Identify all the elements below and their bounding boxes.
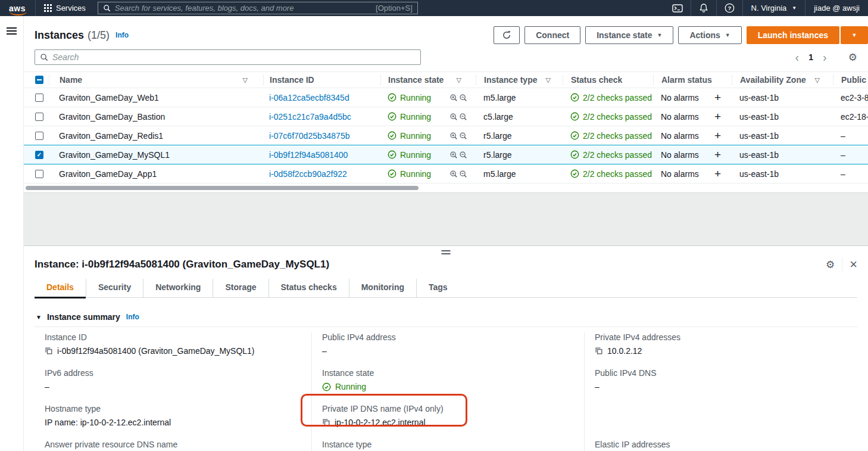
connect-button[interactable]: Connect bbox=[524, 26, 580, 44]
field-label: Instance state bbox=[322, 368, 578, 378]
table-search-input[interactable] bbox=[52, 52, 416, 62]
instance-id-link[interactable]: i-07c6f70d25b34875b bbox=[269, 131, 349, 141]
field-value: 10.0.2.12 bbox=[607, 345, 642, 357]
table-settings-gear-icon[interactable]: ⚙ bbox=[848, 51, 857, 64]
field-label: Answer private resource DNS name bbox=[45, 439, 305, 450]
row-checkbox[interactable] bbox=[35, 132, 43, 140]
svg-text:?: ? bbox=[728, 5, 731, 11]
instance-id-link[interactable]: i-0d58f2ccb90a2f922 bbox=[269, 169, 347, 179]
cell-public-dns: ec2-18- bbox=[833, 112, 868, 122]
status-ok-icon bbox=[388, 169, 396, 178]
instance-id-link[interactable]: i-0251c21c7a9a4d5bc bbox=[269, 112, 351, 122]
table-row[interactable]: Graviton_GameDay_MySQL1 i-0b9f12f94a5081… bbox=[24, 145, 868, 164]
field-label: Instance type bbox=[322, 439, 578, 450]
tab-tags[interactable]: Tags bbox=[417, 279, 460, 297]
sort-icon[interactable]: ▽ bbox=[546, 76, 551, 84]
tab-security[interactable]: Security bbox=[86, 279, 143, 297]
add-alarm-button[interactable]: + bbox=[714, 168, 721, 179]
add-alarm-button[interactable]: + bbox=[714, 92, 721, 103]
cell-status-check: 2/2 checks passed bbox=[583, 131, 652, 141]
global-search[interactable]: [Option+S] bbox=[98, 2, 418, 14]
notifications-button[interactable] bbox=[691, 0, 716, 16]
launch-instances-split-dropdown[interactable]: ▼ bbox=[841, 26, 868, 44]
sort-icon[interactable]: ▽ bbox=[457, 76, 461, 84]
add-alarm-button[interactable]: + bbox=[714, 111, 721, 122]
previous-page-button[interactable]: ‹ bbox=[795, 51, 800, 63]
sort-icon[interactable]: ▽ bbox=[243, 76, 248, 84]
page-title: Instances bbox=[35, 29, 84, 42]
field-label: Public IPv4 DNS bbox=[595, 368, 851, 378]
spacer bbox=[595, 403, 851, 439]
field-label: Private IPv4 addresses bbox=[595, 332, 851, 343]
region-selector[interactable]: N. Virginia ▼ bbox=[743, 0, 805, 16]
instance-id-link[interactable]: i-0b9f12f94a5081400 bbox=[269, 150, 348, 160]
instance-id-link[interactable]: i-06a12ca5ecbf8345d bbox=[269, 93, 349, 102]
zoom-out-icon[interactable] bbox=[459, 132, 467, 140]
field-label: Hostname type bbox=[45, 403, 305, 414]
launch-instances-button[interactable]: Launch instances bbox=[747, 26, 839, 44]
zoom-out-icon[interactable] bbox=[459, 170, 467, 178]
actions-dropdown[interactable]: Actions ▼ bbox=[678, 26, 741, 44]
tab-storage[interactable]: Storage bbox=[213, 279, 268, 297]
tab-monitoring[interactable]: Monitoring bbox=[349, 279, 417, 297]
cell-status-check: 2/2 checks passed bbox=[583, 169, 652, 179]
cloudshell-icon bbox=[672, 4, 683, 13]
info-link[interactable]: Info bbox=[126, 313, 139, 321]
field-value: – bbox=[45, 381, 49, 393]
copy-icon[interactable] bbox=[45, 347, 53, 355]
services-menu[interactable]: Services bbox=[36, 0, 94, 16]
cell-public-dns: – bbox=[833, 169, 868, 179]
cell-public-dns: – bbox=[833, 131, 868, 141]
tab-status-checks[interactable]: Status checks bbox=[269, 279, 349, 297]
tab-details[interactable]: Details bbox=[35, 279, 86, 297]
refresh-button[interactable] bbox=[494, 26, 520, 44]
horizontal-scrollbar-track[interactable] bbox=[24, 183, 868, 193]
zoom-in-icon[interactable] bbox=[449, 113, 458, 121]
zoom-out-icon[interactable] bbox=[459, 94, 467, 102]
panel-title: Instance: i-0b9f12f94a5081400 (Graviton_… bbox=[35, 259, 329, 270]
cell-state: Running bbox=[400, 112, 431, 122]
row-checkbox[interactable] bbox=[35, 170, 43, 178]
copy-icon[interactable] bbox=[595, 347, 603, 355]
table-row[interactable]: Graviton_GameDay_App1 i-0d58f2ccb90a2f92… bbox=[24, 164, 868, 183]
field-label: Elastic IP addresses bbox=[595, 439, 851, 450]
zoom-in-icon[interactable] bbox=[449, 170, 458, 178]
zoom-in-icon[interactable] bbox=[449, 132, 458, 140]
cell-status-check: 2/2 checks passed bbox=[583, 112, 652, 122]
row-checkbox[interactable] bbox=[35, 151, 43, 159]
info-link[interactable]: Info bbox=[115, 31, 129, 39]
cell-name: Graviton_GameDay_App1 bbox=[49, 169, 263, 179]
panel-settings-gear-icon[interactable]: ⚙ bbox=[826, 259, 835, 271]
add-alarm-button[interactable]: + bbox=[714, 130, 721, 141]
menu-toggle-button[interactable] bbox=[7, 27, 17, 35]
cloudshell-button[interactable] bbox=[664, 0, 691, 16]
copy-icon[interactable] bbox=[322, 418, 330, 427]
next-page-button[interactable]: › bbox=[823, 51, 827, 63]
aws-logo[interactable]: aws bbox=[0, 0, 35, 16]
global-search-input[interactable] bbox=[115, 4, 371, 13]
tab-networking[interactable]: Networking bbox=[143, 279, 213, 297]
zoom-out-icon[interactable] bbox=[459, 113, 467, 121]
table-filter[interactable] bbox=[35, 49, 421, 65]
horizontal-scrollbar-thumb[interactable] bbox=[26, 186, 419, 190]
zoom-out-icon[interactable] bbox=[459, 151, 467, 159]
collapse-arrow-icon[interactable]: ▼ bbox=[36, 314, 42, 321]
chevron-down-icon: ▼ bbox=[792, 5, 797, 11]
sort-icon[interactable]: ▽ bbox=[815, 76, 820, 84]
row-checkbox[interactable] bbox=[35, 94, 43, 102]
bell-icon bbox=[699, 3, 708, 13]
account-menu[interactable]: jiade @ awsji bbox=[805, 0, 868, 16]
table-row[interactable]: Graviton_GameDay_Redis1 i-07c6f70d25b348… bbox=[24, 126, 868, 145]
select-all-checkbox[interactable] bbox=[35, 76, 43, 84]
zoom-in-icon[interactable] bbox=[449, 94, 458, 102]
help-button[interactable]: ? bbox=[717, 0, 742, 16]
panel-resize-handle[interactable] bbox=[442, 250, 451, 256]
table-row[interactable]: Graviton_GameDay_Web1 i-06a12ca5ecbf8345… bbox=[24, 88, 868, 107]
table-row[interactable]: Graviton_GameDay_Bastion i-0251c21c7a9a4… bbox=[24, 107, 868, 126]
current-page: 1 bbox=[808, 52, 813, 62]
add-alarm-button[interactable]: + bbox=[714, 149, 721, 160]
instance-state-dropdown[interactable]: Instance state ▼ bbox=[585, 26, 673, 44]
row-checkbox[interactable] bbox=[35, 113, 43, 121]
close-icon[interactable]: × bbox=[850, 258, 857, 271]
zoom-in-icon[interactable] bbox=[449, 151, 458, 159]
